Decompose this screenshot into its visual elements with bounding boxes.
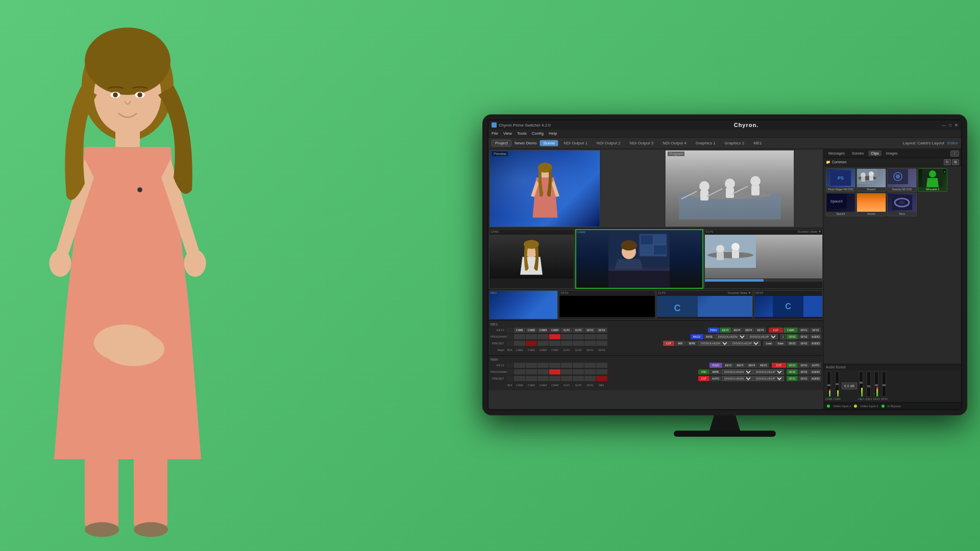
tab-scenes[interactable]: Scenes	[849, 151, 866, 156]
prog-cam2[interactable]	[526, 334, 537, 339]
key-cam3[interactable]: CAM3	[537, 328, 549, 333]
trans-key1[interactable]: RATE	[704, 334, 715, 339]
preset-cam2[interactable]	[526, 341, 537, 346]
clips-view-btn[interactable]: ⊞	[952, 159, 959, 165]
key3-btn[interactable]: KEY3	[731, 328, 743, 333]
mpreset-cam4[interactable]	[549, 376, 560, 381]
key-gfx2-right-btn[interactable]: GFX2	[810, 328, 821, 333]
window-controls[interactable]: — □ ✕	[942, 123, 958, 128]
mprog-me1[interactable]	[596, 369, 607, 374]
main-cam2[interactable]	[526, 363, 537, 368]
tab-images[interactable]: Images	[884, 151, 900, 156]
mpreset-cut[interactable]: CUT	[698, 376, 709, 381]
main-cam3[interactable]	[537, 363, 549, 368]
key-cam2[interactable]: CAM2	[526, 328, 537, 333]
tab-ndi4[interactable]: NDI Output 4	[658, 140, 691, 146]
main-gfx2r[interactable]: GFX2	[798, 363, 810, 368]
prog-blk[interactable]	[506, 334, 513, 339]
prog-cam1[interactable]	[514, 334, 525, 339]
prog-cam4[interactable]	[549, 334, 560, 339]
clips-options-btn[interactable]: ⋮	[950, 151, 959, 157]
close-btn[interactable]: ✕	[954, 123, 958, 128]
mprog-clp2[interactable]	[573, 369, 584, 374]
mpreset-clp2[interactable]	[573, 376, 584, 381]
menu-help[interactable]: Help	[549, 131, 557, 136]
clip-serenity[interactable]: Serenity ND DVD	[887, 168, 917, 192]
key-cam1[interactable]: CAM1	[514, 328, 525, 333]
preset-cut[interactable]: CUT	[663, 341, 674, 346]
prog-audio[interactable]: AUDIO	[810, 334, 821, 339]
key-gfx1[interactable]: GFX1	[584, 328, 596, 333]
main-blk[interactable]	[506, 363, 513, 368]
mprog-cam1[interactable]	[514, 369, 525, 374]
mprog-cam3[interactable]	[537, 369, 549, 374]
prog-gfx2-r[interactable]: GFX2	[787, 334, 798, 339]
mpreset-audio[interactable]: AUDIO	[810, 376, 821, 381]
clips-refresh-btn[interactable]: ↻	[944, 159, 951, 165]
trans-dissolve-up[interactable]: DISSOLVEUP	[747, 334, 778, 339]
tab-clips-active[interactable]: Clips	[868, 151, 881, 156]
preset-save[interactable]: Save	[775, 341, 786, 346]
mprog-gfx2b[interactable]: GFX2	[798, 369, 810, 374]
mpreset-me1[interactable]	[596, 376, 607, 381]
preset-cam4[interactable]	[549, 341, 560, 346]
prog-gfx1[interactable]	[584, 334, 596, 339]
tab-gfx1[interactable]: Graphics 1	[692, 140, 720, 146]
mprog-clp1[interactable]	[561, 369, 572, 374]
key3-main[interactable]: KEY3	[734, 363, 746, 368]
mprog-p3d[interactable]: P3D	[698, 369, 709, 374]
cam2-fader-track[interactable]	[835, 371, 839, 397]
pso-btn[interactable]: P/S/O	[709, 363, 722, 368]
main-dissolve-dn[interactable]: DISSOLVEDN	[722, 369, 753, 374]
key-blk[interactable]	[506, 328, 513, 333]
preset-cam3[interactable]	[537, 341, 549, 346]
trans-bkgd[interactable]: BKGD	[691, 334, 703, 339]
mpreset-cam1[interactable]	[514, 376, 525, 381]
preset-dissolve-up[interactable]: DISSOLVEUP	[730, 341, 761, 346]
clip-prime-stager[interactable]: PS Prime Stager HD DVD	[826, 168, 855, 192]
preset-gfx1[interactable]	[584, 341, 596, 346]
mpreset-dissolve-up[interactable]: DISSOLVEUP	[753, 376, 784, 381]
main-gfx1[interactable]	[584, 363, 596, 368]
key5-btn[interactable]: KEY5	[755, 328, 766, 333]
tab-ndi3[interactable]: NDI Output 3	[626, 140, 658, 146]
key2-btn[interactable]: KEY2	[720, 328, 731, 333]
key4-btn[interactable]: KEY4	[743, 328, 754, 333]
main-dissolve-up[interactable]: DISSOLVEUP	[753, 369, 784, 374]
prog-gfx2[interactable]	[596, 334, 607, 339]
mprog-wipe[interactable]: WIPE	[710, 369, 721, 374]
layout-editor[interactable]: Editor	[947, 141, 958, 145]
prev-btn[interactable]: PREV	[708, 328, 719, 333]
preset-dissolve-dn[interactable]: DISSOLVEDN	[698, 341, 729, 346]
mprog-gfx2[interactable]: GFX2	[787, 369, 798, 374]
clip-silhouette[interactable]: ● Silhouette 2	[918, 168, 947, 192]
preset-clp1[interactable]	[561, 341, 572, 346]
mpreset-cam2[interactable]	[526, 376, 537, 381]
mpreset-dissolve-dn[interactable]: DISSOLVEDN	[722, 376, 753, 381]
menu-config[interactable]: Config	[532, 131, 544, 136]
gfx2-fader-track[interactable]	[882, 371, 886, 397]
key-clp2[interactable]: CLP2	[573, 328, 584, 333]
mpreset-gfx1[interactable]	[584, 376, 596, 381]
main-clp1[interactable]	[561, 363, 572, 368]
preset-wipe[interactable]: WIPE	[687, 341, 698, 346]
tab-messages[interactable]: Messages	[826, 151, 847, 156]
key-gfx1-right-btn[interactable]: GFX1	[798, 328, 810, 333]
preset-audio[interactable]: AUDIO	[810, 341, 821, 346]
mpreset-cam3[interactable]	[537, 376, 549, 381]
main-cam4[interactable]	[549, 363, 560, 368]
clip2-fader-track[interactable]	[867, 371, 871, 397]
menu-tools[interactable]: Tools	[517, 131, 527, 136]
clip1-fader-track[interactable]	[859, 371, 863, 397]
key-gfx2[interactable]: GFX2	[596, 328, 607, 333]
preset-clp2[interactable]	[573, 341, 584, 346]
mpreset-gfx2[interactable]: GFX2	[798, 376, 810, 381]
gfx1-fader-track[interactable]	[874, 371, 878, 397]
preset-gfx2[interactable]	[596, 341, 607, 346]
prog-clp1[interactable]	[561, 334, 572, 339]
clip-torus[interactable]: Torus	[887, 193, 917, 216]
mprog-audio[interactable]: AUDIO	[810, 369, 821, 374]
key4-main[interactable]: KEY4	[746, 363, 757, 368]
tab-gfx2[interactable]: Graphics 2	[721, 140, 749, 146]
main-auto[interactable]: AUTO	[810, 363, 821, 368]
